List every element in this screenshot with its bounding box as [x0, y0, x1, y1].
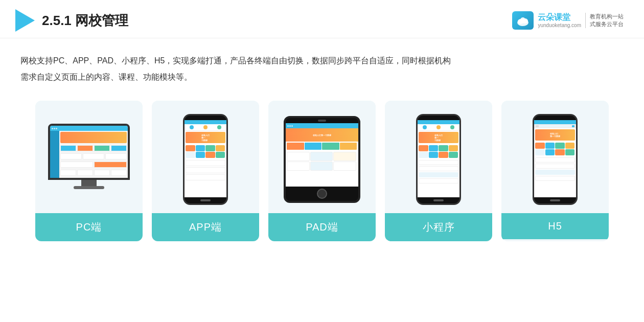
header-left: 2.5.1 网校管理 — [15, 9, 128, 32]
pc-monitor-icon — [48, 124, 130, 195]
card-h5-image: 创造人们第一习惯课 — [501, 101, 609, 213]
phone-app-icon: 创造人们第一习惯课 — [183, 114, 228, 205]
tablet-pad-icon: 创造人们第一习惯课 — [284, 116, 360, 203]
card-app-image: 创造人们第一习惯课 — [152, 101, 259, 213]
card-h5: 创造人们第一习惯课 — [501, 101, 609, 241]
card-miniprogram: 创造人们第一习惯课 — [385, 101, 492, 241]
card-miniprogram-label: 小程序 — [385, 213, 492, 241]
card-pc-image — [35, 101, 143, 213]
brand-url: yunduoketang.com — [538, 22, 581, 29]
page: 2.5.1 网校管理 云朵课堂 yunduoketang.com — [0, 0, 644, 322]
header: 2.5.1 网校管理 云朵课堂 yunduoketang.com — [0, 0, 644, 38]
phone-h5-icon: 创造人们第一习惯课 — [533, 114, 578, 205]
card-pc: PC端 — [35, 101, 143, 241]
card-h5-label: H5 — [501, 213, 609, 239]
logo-triangle-icon — [15, 9, 35, 32]
brand-slogan: 教育机构一站 式服务云平台 — [585, 13, 624, 29]
page-title: 2.5.1 网校管理 — [42, 12, 128, 30]
header-right: 云朵课堂 yunduoketang.com 教育机构一站 式服务云平台 — [512, 11, 624, 30]
card-pad-label: PAD端 — [268, 213, 376, 241]
card-app-label: APP端 — [152, 213, 259, 241]
description-line1: 网校支持PC、APP、PAD、小程序、H5，实现多端打通，产品各终端自由切换，数… — [20, 53, 624, 69]
card-pad-image: 创造人们第一习惯课 — [268, 101, 376, 213]
brand-text: 云朵课堂 yunduoketang.com — [538, 12, 581, 28]
brand-icon — [512, 11, 534, 30]
card-pc-label: PC端 — [35, 213, 143, 241]
cloud-icon — [516, 13, 530, 28]
cards-area: PC端 创造人们第一习惯课 — [0, 90, 644, 251]
brand-name: 云朵课堂 — [538, 12, 581, 22]
phone-miniprogram-icon: 创造人们第一习惯课 — [416, 114, 461, 205]
card-miniprogram-image: 创造人们第一习惯课 — [385, 101, 492, 213]
description-line2: 需求自定义页面上的内容、课程、功能模块等。 — [20, 69, 624, 85]
card-pad: 创造人们第一习惯课 — [268, 101, 376, 241]
svg-point-3 — [520, 17, 525, 22]
brand-logo: 云朵课堂 yunduoketang.com 教育机构一站 式服务云平台 — [512, 11, 624, 30]
description: 网校支持PC、APP、PAD、小程序、H5，实现多端打通，产品各终端自由切换，数… — [0, 38, 644, 90]
card-app: 创造人们第一习惯课 — [152, 101, 259, 241]
